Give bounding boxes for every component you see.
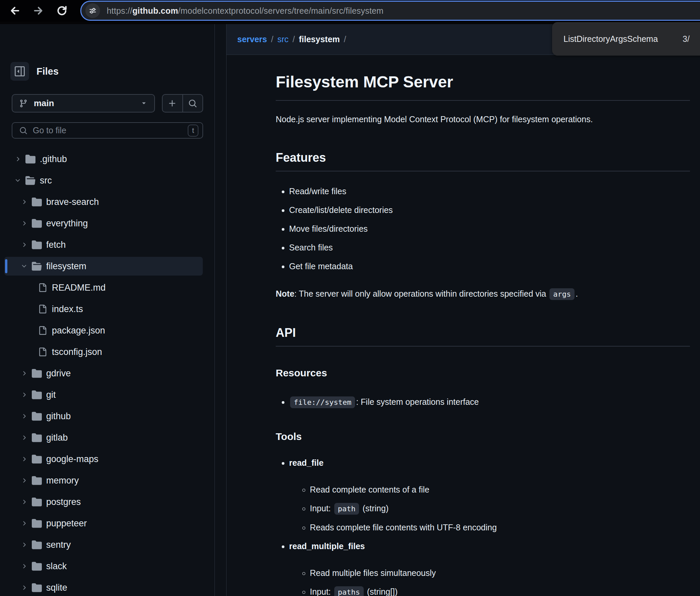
tree-item-label: memory xyxy=(46,475,79,486)
folder-icon xyxy=(32,582,42,593)
forward-button[interactable] xyxy=(31,3,46,18)
branch-selector[interactable]: main xyxy=(12,94,155,113)
readme-title: Filesystem MCP Server xyxy=(276,72,690,101)
tool-item: read_file Read complete contents of a fi… xyxy=(289,458,690,533)
tool-name: read_file xyxy=(289,458,323,467)
chevron-right-icon xyxy=(20,242,28,248)
api-heading: API xyxy=(276,325,690,347)
tool-detail-item: Input: paths (string[]) xyxy=(310,587,690,596)
find-match-counter: 3/ xyxy=(682,34,690,44)
goto-file-search[interactable]: t xyxy=(12,122,203,139)
reload-button[interactable] xyxy=(55,3,69,18)
tree-item-.github[interactable]: .github xyxy=(4,150,203,168)
readme-article: Filesystem MCP Server Node.js server imp… xyxy=(227,55,700,596)
search-tree-button[interactable] xyxy=(183,95,203,112)
tool-detail-item: Read multiple files simultaneously xyxy=(310,568,690,578)
tool-details-list: Read complete contents of a fileInput: p… xyxy=(289,485,690,533)
chevron-down-icon xyxy=(14,177,22,184)
chevron-right-icon xyxy=(20,584,28,591)
feature-item: Get file metadata xyxy=(289,261,690,272)
inline-code-chip: path xyxy=(334,503,359,515)
reload-icon xyxy=(56,5,68,17)
breadcrumb-separator: / xyxy=(271,34,274,44)
breadcrumb-src-link[interactable]: src xyxy=(277,34,288,44)
chevron-down-icon xyxy=(140,99,148,108)
tree-item-memory[interactable]: memory xyxy=(4,471,203,490)
folder-icon xyxy=(32,390,42,400)
tree-item-fetch[interactable]: fetch xyxy=(4,235,203,254)
tree-item-tsconfig.json[interactable]: tsconfig.json xyxy=(4,343,203,361)
tree-item-filesystem[interactable]: filesystem xyxy=(4,257,203,276)
tree-item-label: sentry xyxy=(46,540,71,550)
resource-item: file://system: File system operations in… xyxy=(289,394,690,410)
find-in-page-bar[interactable]: ListDirectoryArgsSchema 3/ xyxy=(552,22,700,56)
tree-item-gdrive[interactable]: gdrive xyxy=(4,364,203,383)
tree-item-puppeteer[interactable]: puppeteer xyxy=(4,514,203,533)
tree-item-github[interactable]: github xyxy=(4,407,203,426)
back-arrow-icon xyxy=(9,5,20,17)
tree-item-label: README.md xyxy=(52,282,106,293)
forward-arrow-icon xyxy=(33,5,44,17)
tree-item-label: gitlab xyxy=(46,432,68,443)
goto-file-input[interactable] xyxy=(32,125,188,135)
breadcrumb-repo-link[interactable]: servers xyxy=(237,34,267,44)
tree-item-sentry[interactable]: sentry xyxy=(4,536,203,554)
chevron-right-icon xyxy=(20,413,28,420)
code-view-content: servers / src / filesystem / Filesystem … xyxy=(226,24,700,596)
breadcrumb-current: filesystem xyxy=(299,34,340,44)
inline-code-chip: paths xyxy=(334,586,364,596)
branch-name: main xyxy=(34,98,54,108)
tree-item-git[interactable]: git xyxy=(4,386,203,404)
tool-detail-item: Read complete contents of a file xyxy=(310,485,690,495)
tools-list: read_file Read complete contents of a fi… xyxy=(276,458,690,596)
folder-icon xyxy=(32,368,42,378)
folder-open-icon xyxy=(32,261,42,271)
chevron-right-icon xyxy=(14,156,22,163)
tree-item-slack[interactable]: slack xyxy=(4,557,203,576)
chevron-right-icon xyxy=(20,563,28,570)
folder-icon xyxy=(32,240,42,250)
features-list: Read/write filesCreate/list/delete direc… xyxy=(276,186,690,272)
readme-intro: Node.js server implementing Model Contex… xyxy=(276,114,690,125)
collapse-sidebar-button[interactable] xyxy=(10,62,29,81)
tree-item-src[interactable]: src xyxy=(4,171,203,190)
tree-item-package.json[interactable]: package.json xyxy=(4,321,203,340)
tree-item-README.md[interactable]: README.md xyxy=(4,278,203,297)
site-settings-button[interactable] xyxy=(85,3,100,18)
resources-list: file://system: File system operations in… xyxy=(276,394,690,410)
file-icon xyxy=(37,283,48,292)
tree-item-sqlite[interactable]: sqlite xyxy=(4,578,203,596)
tree-item-label: google-maps xyxy=(46,454,98,465)
keyboard-shortcut-badge: t xyxy=(188,125,199,136)
tool-detail-item: Reads complete file contents with UTF-8 … xyxy=(310,522,690,533)
folder-icon xyxy=(32,475,42,486)
folder-open-icon xyxy=(25,175,35,185)
address-bar[interactable]: https://github.com/modelcontextprotocol/… xyxy=(80,1,700,21)
folder-icon xyxy=(32,411,42,421)
tree-item-postgres[interactable]: postgres xyxy=(4,493,203,511)
tool-item: read_multiple_files Read multiple files … xyxy=(289,541,690,596)
tree-item-gitlab[interactable]: gitlab xyxy=(4,428,203,447)
tree-item-index.ts[interactable]: index.ts xyxy=(4,300,203,318)
search-icon xyxy=(188,99,197,108)
inline-code-chip: args xyxy=(549,288,574,300)
feature-item: Read/write files xyxy=(289,186,690,197)
tree-item-google-maps[interactable]: google-maps xyxy=(4,450,203,468)
resources-heading: Resources xyxy=(276,367,690,379)
tree-item-label: postgres xyxy=(46,497,81,507)
chevron-right-icon xyxy=(20,541,28,548)
chevron-right-icon xyxy=(20,456,28,463)
folder-icon xyxy=(32,497,42,507)
tree-item-brave-search[interactable]: brave-search xyxy=(4,193,203,211)
tree-item-label: filesystem xyxy=(46,261,86,272)
tree-item-label: git xyxy=(46,390,56,400)
file-icon xyxy=(37,326,48,335)
chevron-right-icon xyxy=(20,477,28,484)
add-file-button[interactable] xyxy=(163,95,183,112)
back-button[interactable] xyxy=(7,3,22,18)
chevron-down-icon xyxy=(20,263,28,270)
chevron-right-icon xyxy=(20,520,28,527)
tree-item-everything[interactable]: everything xyxy=(4,214,203,233)
folder-icon xyxy=(32,454,42,464)
search-icon xyxy=(19,127,27,134)
